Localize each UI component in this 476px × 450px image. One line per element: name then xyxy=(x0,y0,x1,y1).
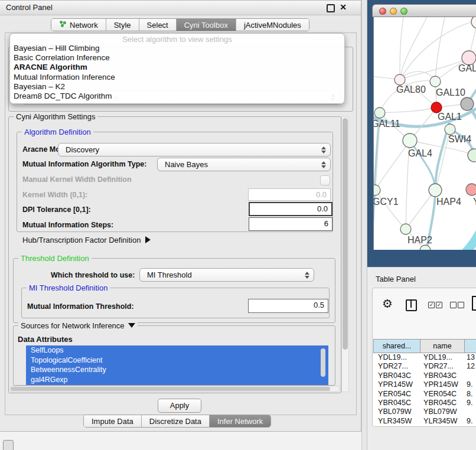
network-edge[interactable] xyxy=(435,17,445,81)
window-close-light[interactable] xyxy=(379,8,386,15)
algorithm-option-bayesian-k2[interactable]: Bayesian – K2 xyxy=(10,82,344,92)
network-graph[interactable]: GALGAL80GAL10GAL1GAL11SWI4GAL4GCY1HAP4YH… xyxy=(374,17,476,250)
sources-toggle[interactable]: Sources for Network Inference xyxy=(18,321,138,330)
settings-vertical-scrollbar[interactable] xyxy=(341,116,349,392)
table-cell[interactable]: YLR345W xyxy=(373,417,420,426)
table-row[interactable]: YDL19...YDL19...13 xyxy=(373,353,476,362)
table-cell[interactable]: 12 xyxy=(465,362,476,371)
network-node-y[interactable] xyxy=(466,184,476,195)
tab-infer-network[interactable]: Infer Network xyxy=(210,415,270,427)
table-cell[interactable]: YDL19... xyxy=(420,353,465,362)
data-attributes-list[interactable]: SelfLoopsTopologicalCoefficientBetweenne… xyxy=(26,345,328,385)
network-edge[interactable] xyxy=(375,141,410,190)
table-cell[interactable]: YBR043C xyxy=(420,371,465,380)
deselect-all-checkboxes-icon[interactable] xyxy=(450,302,457,308)
table-cell[interactable]: YDR27... xyxy=(420,362,465,371)
table-cell[interactable]: YPR145W xyxy=(420,380,465,389)
close-panel-icon[interactable]: ✕ xyxy=(340,2,347,12)
algorithm-option-aracne-algorithm[interactable]: ARACNE Algorithm xyxy=(10,63,344,72)
network-node[interactable] xyxy=(471,17,476,28)
table-cell[interactable] xyxy=(465,371,476,380)
minimized-panel-icon[interactable] xyxy=(3,440,14,450)
float-panel-icon[interactable] xyxy=(327,4,335,12)
scrollbar-thumb[interactable] xyxy=(11,387,330,391)
network-edge[interactable] xyxy=(380,107,436,113)
column-header-shared[interactable]: shared... xyxy=(373,339,420,353)
table-cell[interactable]: YBR045C xyxy=(420,399,465,407)
table-cell[interactable]: 9. xyxy=(465,380,476,389)
aracne-mode-combo[interactable]: Discovery xyxy=(58,143,331,156)
tab-select[interactable]: Select xyxy=(139,19,177,31)
algorithm-option-basic-correlation-inference[interactable]: Basic Correlation Inference xyxy=(10,53,344,63)
network-edge[interactable] xyxy=(375,190,406,229)
network-node-gal10[interactable] xyxy=(430,76,441,87)
table-row[interactable]: YBL079WYBL079W xyxy=(373,407,476,416)
table-cell[interactable]: YER054C xyxy=(373,390,420,399)
table-cell[interactable]: 9. xyxy=(465,399,476,407)
which-threshold-combo[interactable]: MI Threshold xyxy=(139,268,314,282)
network-node[interactable] xyxy=(468,149,476,162)
attribute-item-betweennesscentrality[interactable]: BetweennessCentrality xyxy=(26,365,328,375)
tab-style[interactable]: Style xyxy=(106,19,139,31)
network-node[interactable] xyxy=(461,97,474,110)
table-cell[interactable]: 9 xyxy=(465,426,476,427)
table-cell[interactable]: 13 xyxy=(465,353,476,362)
table-cell[interactable]: YBR045C xyxy=(373,399,420,407)
column-header-name[interactable]: name xyxy=(420,339,465,353)
table-cell[interactable]: YIL052C xyxy=(373,426,420,427)
algorithm-option-dream8-dc-tdc-algorithm[interactable]: Dream8 DC_TDC Algorithm xyxy=(10,92,344,101)
algorithm-option-mutual-information-inference[interactable]: Mutual Information Inference xyxy=(10,73,344,82)
table-cell[interactable]: YBR043C xyxy=(373,371,420,380)
network-edge[interactable] xyxy=(462,225,476,250)
tab-jactivemnodules[interactable]: jActiveMNodules xyxy=(236,19,309,31)
table-cell[interactable]: YIL052C xyxy=(420,426,465,427)
network-node-gal4[interactable] xyxy=(403,133,417,148)
scrollbar-thumb[interactable] xyxy=(343,118,348,350)
table-cell[interactable]: 9. xyxy=(465,417,476,426)
mi-steps-field[interactable]: 6 xyxy=(249,217,332,231)
network-edge[interactable] xyxy=(400,17,427,80)
table-row[interactable]: YLR345WYLR345W9. xyxy=(373,417,476,426)
table-cell[interactable]: YDR27... xyxy=(373,362,420,371)
settings-horizontal-scrollbar[interactable] xyxy=(9,386,340,392)
table-cell[interactable]: YDL19... xyxy=(373,353,420,362)
table-cell[interactable] xyxy=(465,407,476,416)
table-cell[interactable]: YBL079W xyxy=(373,407,420,416)
network-node-hap4[interactable] xyxy=(429,184,442,197)
table-cell[interactable]: 8. xyxy=(465,390,476,399)
hub-definition-toggle[interactable]: Hub/Transcription Factor Definition xyxy=(22,236,151,244)
table-row[interactable]: YDR27...YDR27...12 xyxy=(373,362,476,371)
table-cell[interactable]: YBL079W xyxy=(420,407,465,416)
algorithm-option-bayesian-hill-climbing[interactable]: Bayesian – Hill Climbing xyxy=(10,44,344,53)
table-row[interactable]: YBR043CYBR043C xyxy=(373,371,476,380)
network-node-hap2[interactable] xyxy=(400,224,411,234)
select-all-checkboxes-icon[interactable]: ✓ xyxy=(428,302,435,308)
tab-network[interactable]: Network xyxy=(51,19,106,31)
export-table-icon[interactable] xyxy=(472,296,476,311)
table-cell[interactable]: YER054C xyxy=(420,390,465,399)
column-selector-icon[interactable] xyxy=(406,299,417,311)
dpi-tolerance-field[interactable]: 0.0 xyxy=(249,202,332,216)
select-all-checkboxes-icon[interactable]: ✓ xyxy=(436,302,442,308)
table-cell[interactable]: YPR145W xyxy=(373,380,420,389)
window-minimize-light[interactable] xyxy=(390,8,397,15)
attribute-item-selfloops[interactable]: SelfLoops xyxy=(26,345,328,356)
network-node-gal11[interactable] xyxy=(374,107,385,118)
deselect-all-checkboxes-icon[interactable] xyxy=(458,302,464,308)
network-node-swi4[interactable] xyxy=(445,124,455,135)
panel-divider[interactable] xyxy=(361,0,367,450)
network-canvas[interactable]: GALGAL80GAL10GAL1GAL11SWI4GAL4GCY1HAP4YH… xyxy=(373,17,476,250)
attribute-item-topologicalcoefficient[interactable]: TopologicalCoefficient xyxy=(26,356,328,366)
table-row[interactable]: YER054CYER054C8. xyxy=(373,390,476,399)
table-row[interactable]: YBR045CYBR045C9. xyxy=(373,399,476,407)
tab-discretize-data[interactable]: Discretize Data xyxy=(142,415,210,427)
network-window-titlebar[interactable] xyxy=(372,4,476,17)
network-node-gal80[interactable] xyxy=(395,74,405,85)
table-row[interactable]: YPR145WYPR145W9. xyxy=(373,380,476,389)
mi-threshold-field[interactable]: 0.5 xyxy=(248,299,328,313)
network-node-gcy1[interactable] xyxy=(374,185,380,195)
attributes-scrollbar[interactable] xyxy=(321,348,325,377)
attribute-item-gal4rgexp[interactable]: gal4RGexp xyxy=(26,375,328,385)
table-cell[interactable]: YLR345W xyxy=(420,417,465,426)
window-zoom-light[interactable] xyxy=(400,8,407,15)
